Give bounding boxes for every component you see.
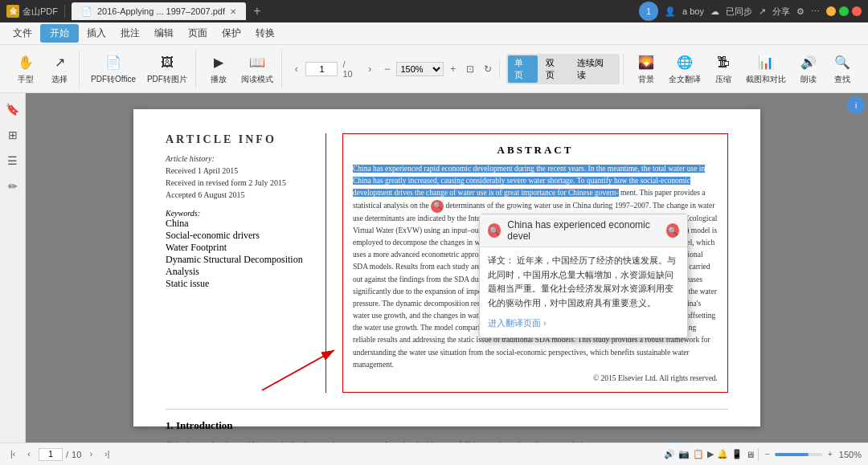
- pdf-to-office-button[interactable]: 📄 PDF转Office: [86, 50, 141, 88]
- continuous-tab[interactable]: 连续阅读: [571, 55, 618, 83]
- compare-button[interactable]: 📊 截图和对比: [741, 50, 791, 88]
- single-page-tab[interactable]: 单页: [508, 55, 538, 83]
- sidebar-annotation-icon[interactable]: ✏: [3, 177, 23, 196]
- read-mode-button[interactable]: 📖 阅读模式: [236, 50, 278, 88]
- popup-search-icon-right[interactable]: 🔍: [666, 223, 679, 238]
- pdf-tab[interactable]: 📄 2016-Applying ... 1997–2007.pdf ✕: [72, 2, 246, 20]
- status-bar: |‹ ‹ / 10 › ›| 🔊 📷 📋 ▶ 🔔 📱 🖥 − + 150%: [0, 443, 868, 465]
- status-last-page[interactable]: ›|: [100, 448, 113, 461]
- translate-icon: 🌐: [675, 53, 694, 72]
- toolbar-group-viewmode: 单页 双页 连续阅读: [503, 54, 624, 84]
- divider: [64, 5, 65, 18]
- pdf-to-image-button[interactable]: 🖼 PDF转图片: [142, 50, 192, 88]
- toolbar: ✋ 手型 ↗ 选择 📄 PDF转Office 🖼 PDF转图片 ▶ 播放 📖 阅…: [0, 45, 868, 93]
- status-page-input[interactable]: [39, 448, 63, 461]
- status-first-page[interactable]: |‹: [6, 448, 19, 461]
- popup-link[interactable]: 进入翻译页面 ›: [488, 316, 679, 331]
- compare-label: 截图和对比: [746, 74, 786, 85]
- main-content: i ARTICLE INFO Article history: Received…: [26, 93, 868, 443]
- translation-text: 近年来，中国经历了经济的快速发展。与此同时，中国用水总量大幅增加，水资源短缺问题…: [488, 255, 676, 308]
- translate-label: 全文翻译: [669, 74, 701, 85]
- zoom-in-status[interactable]: +: [825, 449, 836, 460]
- history-label: Article history:: [166, 153, 309, 165]
- svg-line-1: [262, 350, 334, 390]
- toolbar-group-zoom: ‹ / 10 › − 150% 100% 200% + ⊡ ↻: [285, 59, 500, 79]
- zoom-out-status[interactable]: −: [762, 449, 773, 460]
- article-history: Article history: Received 1 April 2015 R…: [166, 153, 309, 201]
- view-tabs: 单页 双页 连续阅读: [506, 54, 620, 84]
- more-icon[interactable]: ⋯: [811, 6, 820, 17]
- close-button[interactable]: [852, 6, 862, 16]
- compress-button[interactable]: 🗜 压缩: [707, 50, 739, 88]
- double-page-tab[interactable]: 双页: [539, 55, 569, 83]
- read-aloud-label: 朗读: [800, 74, 817, 85]
- read-aloud-button[interactable]: 🔊 朗读: [792, 50, 825, 88]
- left-sidebar: 🔖 ⊞ ☰ ✏: [0, 93, 26, 443]
- compare-icon: 📊: [756, 53, 776, 72]
- menu-start[interactable]: 开始: [40, 24, 79, 43]
- read-aloud-icon: 🔊: [799, 53, 818, 72]
- accepted-date: Accepted 6 August 2015: [166, 189, 309, 201]
- status-prev-page[interactable]: ‹: [23, 448, 35, 461]
- play-icon: ▶: [209, 53, 228, 72]
- tab-close-button[interactable]: ✕: [230, 7, 236, 16]
- menu-file[interactable]: 文件: [6, 24, 39, 43]
- next-page-toolbar[interactable]: ›: [362, 61, 378, 77]
- app-icon: 金: [6, 5, 19, 18]
- select-tool-button[interactable]: ↗ 选择: [43, 50, 76, 88]
- full-translate-button[interactable]: 🌐 全文翻译: [664, 50, 706, 88]
- page-input-toolbar[interactable]: [305, 62, 338, 76]
- find-button[interactable]: 🔍 查找: [826, 50, 858, 88]
- menu-convert[interactable]: 转换: [249, 24, 281, 43]
- menu-protect[interactable]: 保护: [215, 24, 248, 43]
- status-left: |‹ ‹ / 10 › ›|: [6, 448, 661, 461]
- zoom-slider[interactable]: [775, 453, 823, 456]
- add-tab-button[interactable]: +: [249, 3, 265, 19]
- window-controls: [826, 6, 862, 16]
- popup-translation: 译文： 近年来，中国经历了经济的快速发展。与此同时，中国用水总量大幅增加，水资源…: [488, 254, 679, 310]
- background-label: 背景: [638, 74, 654, 85]
- prev-page-toolbar[interactable]: ‹: [289, 61, 305, 77]
- status-divider: [758, 448, 759, 461]
- rotate-button[interactable]: ↻: [480, 61, 496, 77]
- compress-label: 压缩: [715, 74, 731, 85]
- settings-icon[interactable]: ⚙: [796, 6, 805, 17]
- translation-label: 译文：: [488, 255, 514, 265]
- zoom-select[interactable]: 150% 100% 200%: [396, 62, 444, 76]
- introduction-section: 1. Introduction China is experiencing ra…: [166, 419, 728, 443]
- pdf-image-label: PDF转图片: [147, 74, 187, 85]
- zoom-in-toolbar[interactable]: +: [445, 61, 461, 77]
- sidebar-thumbnail-icon[interactable]: ⊞: [3, 125, 23, 145]
- menu-annotate[interactable]: 批注: [114, 24, 146, 43]
- keyword-social: Social-economic drivers: [166, 230, 309, 242]
- zoom-out-toolbar[interactable]: −: [379, 61, 395, 77]
- article-keywords: Keywords: China Social-economic drivers …: [166, 209, 309, 290]
- keyword-dynamic: Dynamic Structural Decomposition: [166, 254, 309, 266]
- status-right: 🔊 📷 📋 ▶ 🔔 📱 🖥 − + 150%: [664, 448, 862, 461]
- share-label: 分享: [772, 6, 790, 18]
- title-bar: 金 金山PDF 📄 2016-Applying ... 1997–2007.pd…: [0, 0, 868, 22]
- sidebar-layers-icon[interactable]: ☰: [3, 151, 23, 170]
- menu-edit[interactable]: 编辑: [148, 24, 180, 43]
- hand-tool-button[interactable]: ✋ 手型: [10, 50, 42, 88]
- sync-icon: ☁: [710, 6, 719, 17]
- sync-label: 已同步: [726, 6, 752, 18]
- hand-label: 手型: [18, 74, 34, 85]
- minimize-button[interactable]: [826, 6, 836, 16]
- title-bar-left: 金 金山PDF 📄 2016-Applying ... 1997–2007.pd…: [6, 2, 636, 20]
- page-total-toolbar: / 10: [342, 59, 357, 79]
- fit-width-button[interactable]: ⊡: [463, 61, 479, 77]
- background-icon: 🌄: [637, 53, 656, 72]
- pdf-page: ARTICLE INFO Article history: Received 1…: [133, 109, 760, 426]
- username: a boy: [682, 6, 704, 16]
- translation-popup: 🔍 China has experienced economic devel 🔍…: [479, 214, 688, 338]
- menu-page[interactable]: 页面: [182, 24, 214, 43]
- abstract-title-row: ABSTRACT: [353, 144, 718, 157]
- play-button[interactable]: ▶ 播放: [203, 50, 235, 88]
- status-next-page[interactable]: ›: [84, 448, 97, 461]
- menu-insert[interactable]: 插入: [80, 24, 113, 43]
- maximize-button[interactable]: [839, 6, 849, 16]
- background-button[interactable]: 🌄 背景: [630, 50, 662, 88]
- keyword-water: Water Footprint: [166, 242, 309, 254]
- sidebar-bookmark-icon[interactable]: 🔖: [3, 100, 23, 119]
